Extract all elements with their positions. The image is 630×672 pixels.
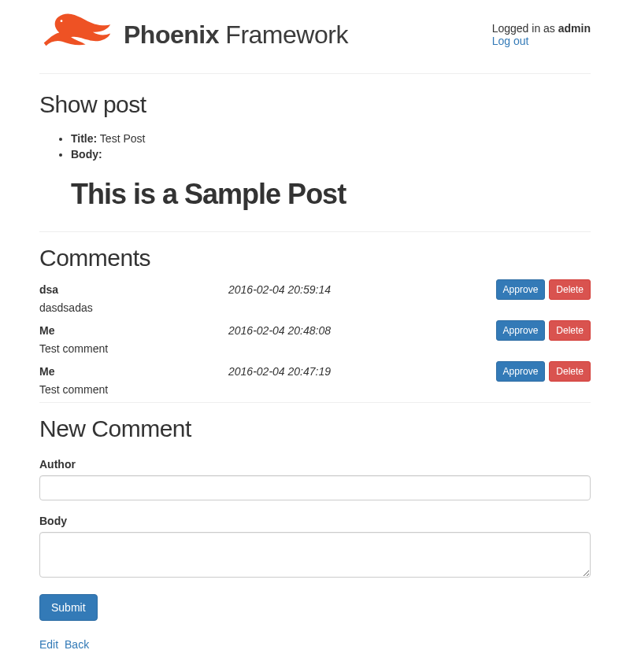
author-label: Author	[39, 458, 591, 471]
logo-text-light: Framework	[219, 20, 348, 49]
title-label: Title:	[71, 132, 97, 145]
comment-author: Me	[39, 365, 228, 378]
bottom-links: Edit Back	[39, 638, 591, 651]
logo-text-bold: Phoenix	[124, 20, 219, 49]
post-title-row: Title: Test Post	[71, 132, 591, 145]
comment-date: 2016-02-04 20:48:08	[228, 324, 496, 337]
comment-body: dasdsadas	[39, 301, 591, 314]
comment-actions: Approve Delete	[496, 279, 591, 300]
title-value: Test Post	[100, 132, 146, 145]
body-label: Body:	[71, 148, 102, 161]
phoenix-icon	[39, 8, 114, 61]
approve-button[interactable]: Approve	[496, 279, 546, 300]
comments-divider-top	[39, 231, 591, 232]
comments-heading: Comments	[39, 245, 591, 271]
edit-link[interactable]: Edit	[39, 638, 58, 651]
delete-button[interactable]: Delete	[549, 361, 591, 382]
comment-date: 2016-02-04 20:47:19	[228, 365, 496, 378]
post-details: Title: Test Post Body:	[39, 132, 591, 161]
comment-header: Me 2016-02-04 20:48:08 Approve Delete	[39, 320, 591, 341]
auth-status: Logged in as admin	[492, 22, 591, 35]
logo: Phoenix Framework	[39, 8, 348, 61]
comment-actions: Approve Delete	[496, 320, 591, 341]
comment-header: dsa 2016-02-04 20:59:14 Approve Delete	[39, 279, 591, 300]
approve-button[interactable]: Approve	[496, 320, 546, 341]
author-input[interactable]	[39, 475, 591, 500]
logo-text: Phoenix Framework	[124, 20, 348, 50]
back-link[interactable]: Back	[65, 638, 89, 651]
comment-author: dsa	[39, 283, 228, 296]
new-comment-heading: New Comment	[39, 415, 591, 442]
comment-author: Me	[39, 324, 228, 337]
header-divider	[39, 73, 591, 74]
comment-header: Me 2016-02-04 20:47:19 Approve Delete	[39, 361, 591, 382]
svg-point-0	[61, 20, 63, 22]
comment-actions: Approve Delete	[496, 361, 591, 382]
submit-button[interactable]: Submit	[39, 594, 98, 621]
delete-button[interactable]: Delete	[549, 279, 591, 300]
post-body-content: This is a Sample Post	[71, 178, 591, 211]
header: Phoenix Framework Logged in as admin Log…	[39, 4, 591, 73]
body-label: Body	[39, 515, 591, 527]
comment-body: Test comment	[39, 383, 591, 396]
comments-divider-bottom	[39, 402, 591, 403]
author-field-group: Author	[39, 458, 591, 500]
comment-date: 2016-02-04 20:59:14	[228, 283, 496, 296]
body-textarea[interactable]	[39, 532, 591, 578]
approve-button[interactable]: Approve	[496, 361, 546, 382]
auth-user: admin	[558, 22, 591, 35]
comment-body: Test comment	[39, 342, 591, 355]
auth-prefix: Logged in as	[492, 22, 558, 35]
page-title: Show post	[39, 91, 591, 118]
delete-button[interactable]: Delete	[549, 320, 591, 341]
post-body-row: Body:	[71, 148, 591, 161]
auth-block: Logged in as admin Log out	[492, 8, 591, 47]
body-field-group: Body	[39, 515, 591, 580]
logout-link[interactable]: Log out	[492, 35, 529, 47]
